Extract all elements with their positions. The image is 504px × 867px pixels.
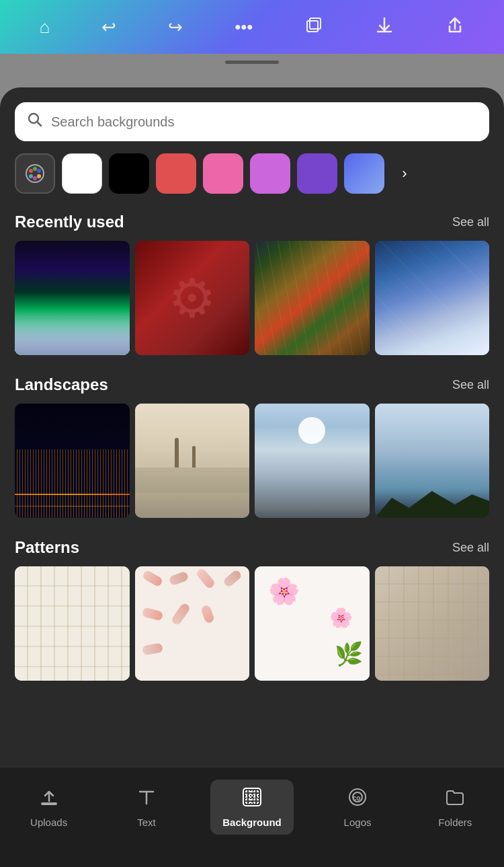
swatch-purple[interactable]: [297, 153, 337, 194]
uploads-label: Uploads: [30, 817, 67, 828]
search-icon: [27, 112, 43, 132]
landscapes-see-all[interactable]: See all: [452, 378, 489, 392]
svg-rect-1: [310, 18, 321, 29]
more-colors-arrow[interactable]: ›: [391, 153, 418, 194]
svg-point-8: [33, 176, 37, 180]
landscape-desert-sun[interactable]: [255, 404, 370, 518]
patterns-grid: 🌸 🌿 🌸: [0, 566, 504, 681]
swatch-black[interactable]: [109, 153, 149, 194]
swatch-pink[interactable]: [203, 153, 243, 194]
search-bar[interactable]: [15, 102, 489, 141]
landscapes-header: Landscapes See all: [0, 375, 504, 394]
recently-used-blue-abstract[interactable]: [375, 241, 490, 355]
sun-decoration: [298, 417, 325, 444]
logos-label: Logos: [344, 817, 372, 828]
nav-logos[interactable]: co. Logos: [324, 780, 391, 835]
text-label: Text: [137, 817, 156, 828]
bottom-nav: Uploads Text Background co. Logos: [0, 767, 504, 867]
patterns-title: Patterns: [15, 538, 79, 557]
landscapes-title: Landscapes: [15, 375, 108, 394]
svg-point-5: [33, 167, 37, 171]
swatch-purple-light[interactable]: [250, 153, 290, 194]
background-icon: [241, 786, 263, 813]
top-toolbar: ⌂ ↩ ↪ •••: [0, 0, 504, 54]
svg-point-6: [37, 169, 41, 173]
background-panel: › Recently used See all ⚙ Landscapes See…: [0, 87, 504, 767]
recently-used-see-all[interactable]: See all: [452, 215, 489, 229]
recently-used-title: Recently used: [15, 213, 124, 231]
pattern-floral[interactable]: 🌸 🌿 🌸: [255, 566, 370, 681]
svg-rect-10: [41, 802, 57, 805]
pattern-glass-building[interactable]: [375, 566, 490, 681]
pattern-bamboo[interactable]: [15, 566, 130, 681]
recently-used-abstract-paint[interactable]: [255, 241, 370, 355]
recently-used-gears[interactable]: ⚙: [135, 241, 250, 355]
logos-icon: co.: [347, 786, 368, 813]
recently-used-header: Recently used See all: [0, 213, 504, 231]
patterns-see-all[interactable]: See all: [452, 541, 489, 555]
pattern-candy[interactable]: [135, 566, 250, 681]
patterns-header: Patterns See all: [0, 538, 504, 557]
undo-icon[interactable]: ↩: [101, 17, 116, 38]
landscape-mountains[interactable]: [375, 404, 490, 518]
folders-label: Folders: [438, 817, 472, 828]
swatch-white[interactable]: [62, 153, 102, 194]
city-lights-decoration: [15, 449, 130, 518]
landscape-city-night[interactable]: [15, 404, 130, 518]
landscape-desert-trees[interactable]: [135, 404, 250, 518]
background-label: Background: [222, 817, 282, 828]
nav-background[interactable]: Background: [210, 780, 294, 835]
search-input[interactable]: [51, 114, 477, 130]
swatch-blue[interactable]: [344, 153, 384, 194]
nav-folders[interactable]: Folders: [421, 780, 489, 835]
landscapes-grid: [0, 404, 504, 518]
recently-used-grid: ⚙: [0, 241, 504, 355]
recently-used-aurora[interactable]: [15, 241, 130, 355]
home-icon[interactable]: ⌂: [39, 17, 50, 38]
svg-point-9: [29, 174, 33, 178]
swatch-red[interactable]: [156, 153, 196, 194]
nav-uploads[interactable]: Uploads: [15, 780, 83, 835]
uploads-icon: [38, 786, 60, 813]
more-options-icon[interactable]: •••: [235, 17, 253, 38]
duplicate-icon[interactable]: [304, 15, 323, 39]
redo-icon[interactable]: ↪: [168, 17, 183, 38]
gear-decoration: ⚙: [168, 267, 216, 330]
nav-text[interactable]: Text: [113, 780, 180, 835]
svg-rect-0: [307, 21, 318, 32]
text-icon: [136, 786, 157, 813]
share-icon[interactable]: [446, 15, 464, 39]
color-palette-button[interactable]: [15, 153, 55, 194]
drag-handle[interactable]: [225, 61, 279, 64]
swatches-row: ›: [0, 153, 504, 194]
svg-text:co.: co.: [353, 794, 363, 802]
svg-point-4: [29, 169, 33, 173]
download-icon[interactable]: [375, 15, 394, 39]
folders-icon: [444, 786, 466, 813]
svg-point-7: [37, 174, 41, 178]
